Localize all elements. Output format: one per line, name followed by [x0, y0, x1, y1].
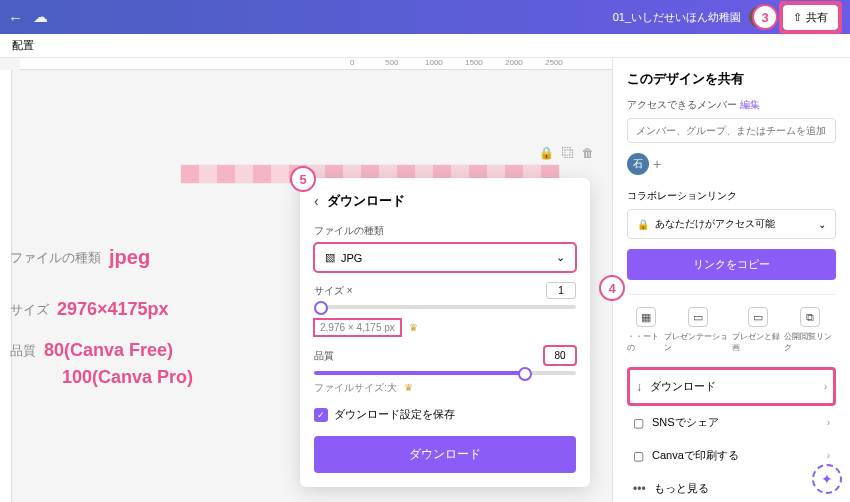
back-icon[interactable]: ← [8, 9, 23, 26]
add-member-icon[interactable]: + [653, 156, 661, 172]
share-menu-sns[interactable]: ▢SNSでシェア› [627, 406, 836, 439]
share-icon: ⇧ [793, 11, 802, 24]
download-button[interactable]: ダウンロード [314, 436, 576, 473]
size-multiplier-input[interactable] [546, 282, 576, 299]
share-option-present[interactable]: ▭プレゼンテーション [664, 307, 731, 353]
canvas-area: 0 500 1000 1500 2000 2500 🔒 ⿻ 🗑 ファイルの種類 … [0, 58, 612, 502]
filesize-text: ファイルサイズ:大 [314, 382, 397, 393]
document-title: 01_いしだせいほん幼稚園 [613, 10, 741, 25]
add-members-input[interactable] [627, 118, 836, 143]
annotation-badge-5: 5 [290, 166, 316, 192]
checkbox-checked-icon: ✓ [314, 408, 328, 422]
chevron-down-icon: ⌄ [556, 251, 565, 264]
annotation-badge-4: 4 [599, 275, 625, 301]
file-type-label: ファイルの種類 [314, 224, 576, 238]
share-option-record[interactable]: ▭プレゼンと録画 [732, 307, 784, 353]
member-avatar[interactable]: 石 [627, 153, 649, 175]
members-label: アクセスできるメンバー [627, 99, 737, 110]
present-icon: ▭ [688, 307, 708, 327]
back-chevron-icon[interactable]: ‹ [314, 193, 319, 209]
image-icon: ▧ [325, 251, 335, 264]
sparkle-icon: ✦ [821, 471, 833, 487]
share-menu-more[interactable]: •••もっと見る› [627, 472, 836, 502]
download-title: ダウンロード [327, 192, 405, 210]
chevron-right-icon: › [827, 450, 830, 461]
tab-bar: 配置 [0, 34, 850, 58]
quality-slider[interactable] [314, 371, 576, 375]
size-label: サイズ × [314, 284, 353, 298]
download-panel: ‹ ダウンロード ファイルの種類 ▧ JPG ⌄ サイズ × 2,976 × 4… [300, 178, 590, 487]
share-panel-title: このデザインを共有 [627, 70, 836, 88]
menu-icon: ↓ [636, 380, 642, 394]
tutorial-annotations: ファイルの種類 jpeg サイズ 2976×4175px 品質 80(Canva… [10, 246, 193, 408]
annotation-badge-3: 3 [752, 4, 778, 30]
share-option-public[interactable]: ⧉公開閲覧リンク [784, 307, 836, 353]
share-menu-download[interactable]: ↓ダウンロード› [627, 367, 836, 406]
grid-icon: ▦ [636, 307, 656, 327]
size-slider[interactable] [314, 305, 576, 309]
help-button[interactable]: ✦ [812, 464, 842, 494]
copy-icon[interactable]: ⿻ [562, 146, 574, 160]
ruler-horizontal: 0 500 1000 1500 2000 2500 [20, 58, 612, 70]
canvas-toolbar: 🔒 ⿻ 🗑 [539, 146, 594, 160]
trash-icon[interactable]: 🗑 [582, 146, 594, 160]
cloud-icon[interactable]: ☁ [33, 8, 48, 26]
link-icon: ⧉ [800, 307, 820, 327]
menu-icon: ▢ [633, 416, 644, 430]
share-panel: このデザインを共有 アクセスできるメンバー 編集 石 + コラボレーションリンク… [612, 58, 850, 502]
edit-link[interactable]: 編集 [740, 99, 760, 110]
lock-icon[interactable]: 🔒 [539, 146, 554, 160]
share-button[interactable]: ⇧ 共有 [783, 5, 838, 30]
copy-link-button[interactable]: リンクをコピー [627, 249, 836, 280]
file-type-select[interactable]: ▧ JPG ⌄ [314, 243, 576, 272]
quality-label: 品質 [314, 349, 334, 363]
chevron-right-icon: › [824, 381, 827, 392]
record-icon: ▭ [748, 307, 768, 327]
crown-icon: ♛ [404, 382, 413, 393]
share-option-template[interactable]: ▦・・ートの [627, 307, 664, 353]
menu-icon: ▢ [633, 449, 644, 463]
save-settings-checkbox[interactable]: ✓ ダウンロード設定を保存 [314, 407, 576, 422]
collab-access-select[interactable]: 🔒 あなただけがアクセス可能 ⌄ [627, 209, 836, 239]
crown-icon: ♛ [409, 322, 418, 333]
chevron-right-icon: › [827, 417, 830, 428]
tab-layout[interactable]: 配置 [12, 38, 34, 53]
top-bar: ← ☁ 01_いしだせいほん幼稚園 石 ⇧ 共有 [0, 0, 850, 34]
chevron-down-icon: ⌄ [818, 219, 826, 230]
share-menu-print[interactable]: ▢Canvaで印刷する› [627, 439, 836, 472]
menu-icon: ••• [633, 482, 646, 496]
lock-icon: 🔒 [637, 219, 649, 230]
share-icon-row: ▦・・ートの ▭プレゼンテーション ▭プレゼンと録画 ⧉公開閲覧リンク [627, 294, 836, 353]
quality-input[interactable] [544, 346, 576, 365]
collab-label: コラボレーションリンク [627, 189, 836, 203]
dimensions-text: 2,976 × 4,175 px [314, 319, 401, 336]
